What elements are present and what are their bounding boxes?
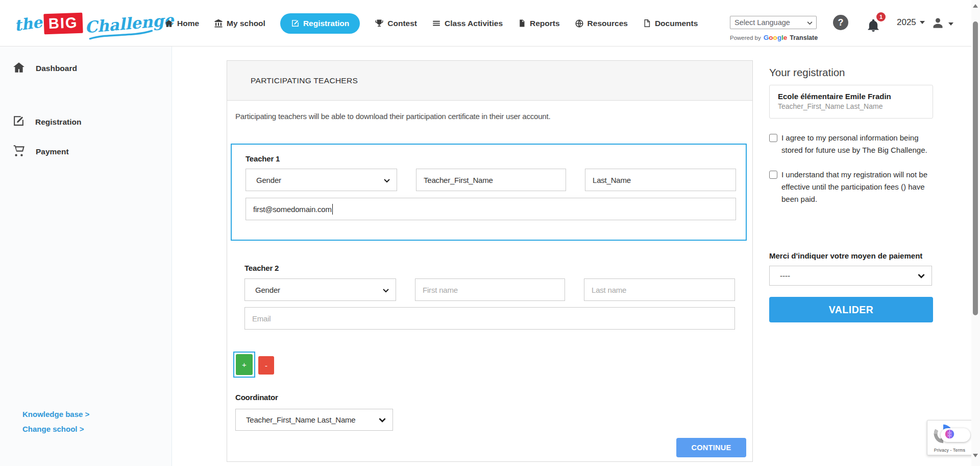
- consent-fees-label: I understand that my registration will n…: [781, 169, 933, 205]
- trophy-icon: [375, 19, 384, 28]
- nav-my-school[interactable]: My school: [214, 19, 265, 28]
- coordinator-select[interactable]: Teacher_First_Name Last_Name: [235, 409, 393, 431]
- valider-button[interactable]: VALIDER: [769, 297, 933, 322]
- scrollbar-thumb[interactable]: [973, 21, 978, 315]
- consent-fees-checkbox[interactable]: [769, 171, 777, 179]
- teacher1-last-name-input[interactable]: [585, 169, 736, 191]
- coordinator-label: Coordinator: [235, 393, 278, 402]
- person-icon: [931, 16, 945, 32]
- payment-method-label: Merci d'indiquer votre moyen de paiement: [769, 251, 922, 260]
- payment-method-value: ----: [780, 271, 790, 280]
- year-value: 2025: [897, 17, 916, 28]
- teacher1-group: Teacher 1 Gender first@somedomain.com: [231, 144, 747, 241]
- consent-storage-checkbox[interactable]: [769, 134, 777, 142]
- top-header: the BIG Challenge Home My school Registr…: [0, 0, 971, 46]
- chevron-down-icon: [807, 18, 813, 27]
- recaptcha-privacy-terms: Privacy - Terms: [927, 448, 972, 453]
- teacher2-email-input[interactable]: [244, 307, 735, 330]
- teacher2-label: Teacher 2: [244, 264, 279, 272]
- translate-label: Translate: [790, 34, 818, 41]
- teacher1-first-name-input[interactable]: [416, 169, 566, 191]
- chevron-down-icon: [384, 176, 390, 184]
- caret-down-icon: [920, 21, 925, 24]
- nav-documents-label: Documents: [655, 19, 698, 28]
- sidebar-registration-label: Registration: [35, 118, 81, 127]
- list-icon: [432, 19, 441, 28]
- year-dropdown[interactable]: 2025: [897, 17, 925, 28]
- nav-documents[interactable]: Documents: [643, 19, 698, 28]
- file-icon: [643, 19, 651, 28]
- nav-class-activities-label: Class Activities: [445, 19, 503, 28]
- edit-square-icon: [12, 114, 25, 129]
- payment-method-select[interactable]: ----: [769, 266, 932, 286]
- scroll-down-arrow-icon[interactable]: [973, 454, 978, 457]
- teacher2-gender-value: Gender: [255, 286, 280, 294]
- teacher1-email-value: first@somedomain.com: [253, 205, 332, 214]
- participating-teachers-panel: PARTICIPATING TEACHERS Participating tea…: [227, 60, 753, 462]
- account-menu[interactable]: [931, 16, 953, 32]
- nav-home[interactable]: Home: [164, 19, 199, 28]
- brand-logo[interactable]: the BIG Challenge: [14, 9, 174, 38]
- continue-button[interactable]: CONTINUE: [676, 438, 746, 457]
- school-icon: [214, 19, 223, 28]
- sidebar-item-payment[interactable]: Payment: [12, 144, 69, 159]
- nav-reports[interactable]: Reports: [518, 19, 560, 28]
- nav-registration-label: Registration: [303, 19, 349, 28]
- left-sidebar: Dashboard Registration Payment Knowledge…: [0, 46, 172, 466]
- teacher1-gender-select[interactable]: Gender: [246, 169, 397, 191]
- nav-home-label: Home: [177, 19, 199, 28]
- nav-contest-label: Contest: [387, 19, 417, 28]
- text-cursor: [332, 204, 333, 215]
- caret-down-icon: [948, 22, 953, 26]
- language-select[interactable]: Select Language: [730, 16, 817, 29]
- nav-class-activities[interactable]: Class Activities: [432, 19, 503, 28]
- consent-storage-row: I agree to my personal information being…: [769, 132, 933, 156]
- page: the BIG Challenge Home My school Registr…: [0, 0, 980, 466]
- chevron-down-icon: [383, 286, 389, 294]
- brand-word-the: the: [13, 13, 43, 34]
- teacher1-email-input[interactable]: first@somedomain.com: [246, 198, 736, 220]
- brand-word-big: BIG: [43, 13, 83, 35]
- chevron-down-icon: [379, 415, 386, 424]
- nav-my-school-label: My school: [227, 19, 265, 28]
- teacher2-gender-select[interactable]: Gender: [244, 278, 396, 301]
- teacher1-label: Teacher 1: [246, 154, 280, 163]
- change-school-link[interactable]: Change school >: [22, 425, 84, 433]
- coordinator-value: Teacher_First_Name Last_Name: [246, 415, 356, 424]
- your-registration-panel: Your registration Ecole élémentaire Emil…: [769, 66, 936, 79]
- add-teacher-button[interactable]: +: [236, 354, 253, 375]
- remove-teacher-button[interactable]: -: [258, 356, 274, 375]
- teacher2-last-name-input[interactable]: [584, 278, 735, 301]
- sidebar-payment-label: Payment: [36, 147, 69, 156]
- school-summary-card: Ecole élémentaire Emile Fradin Teacher_F…: [769, 85, 933, 119]
- sidebar-dashboard-label: Dashboard: [36, 64, 77, 73]
- nav-resources-label: Resources: [587, 19, 628, 28]
- nav-resources[interactable]: Resources: [575, 19, 628, 28]
- powered-by-label: Powered by: [730, 35, 761, 41]
- panel-title: PARTICIPATING TEACHERS: [251, 61, 358, 101]
- main-nav: Home My school Registration Contest Clas…: [164, 0, 698, 46]
- registrant-name: Teacher_First_Name Last_Name: [778, 102, 924, 110]
- recaptcha-badge[interactable]: Privacy - Terms: [927, 420, 972, 455]
- notification-badge: 1: [876, 12, 886, 21]
- document-icon: [518, 19, 526, 28]
- teacher2-first-name-input[interactable]: [415, 278, 565, 301]
- chevron-down-icon: [918, 271, 925, 280]
- extension-badge: [941, 428, 970, 442]
- nav-registration[interactable]: Registration: [280, 13, 360, 34]
- sidebar-item-registration[interactable]: Registration: [12, 114, 81, 129]
- cart-icon: [12, 144, 26, 159]
- notifications-button[interactable]: 1: [866, 14, 885, 33]
- scroll-up-arrow-icon[interactable]: [973, 4, 978, 8]
- nav-contest[interactable]: Contest: [375, 19, 417, 28]
- edit-square-icon: [291, 19, 300, 28]
- language-select-value: Select Language: [734, 18, 790, 27]
- sidebar-item-dashboard[interactable]: Dashboard: [12, 61, 77, 76]
- teacher1-gender-value: Gender: [256, 176, 281, 184]
- home-icon: [164, 19, 174, 28]
- knowledge-base-link[interactable]: Knowledge base >: [22, 410, 89, 418]
- help-button[interactable]: ?: [833, 15, 848, 30]
- page-scrollbar: [971, 0, 980, 466]
- add-teacher-focus-outline: +: [233, 352, 255, 378]
- consent-fees-row: I understand that my registration will n…: [769, 169, 933, 205]
